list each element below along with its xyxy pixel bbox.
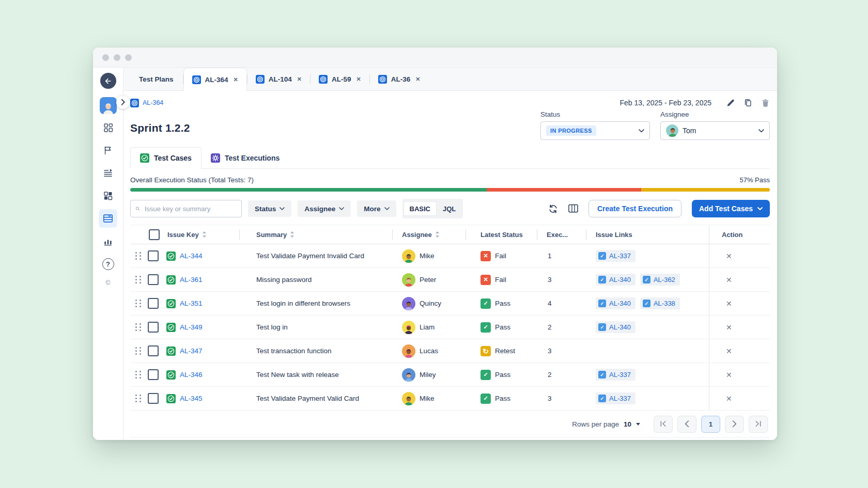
row-checkbox[interactable] <box>148 322 159 333</box>
drag-handle[interactable] <box>133 297 144 309</box>
execution-count: 2 <box>548 371 552 379</box>
tab-test-plans[interactable]: Test Plans <box>130 68 183 90</box>
remove-row-button[interactable]: ✕ <box>724 250 734 262</box>
status-icon: ✕ <box>481 275 491 285</box>
close-tab-icon[interactable]: ✕ <box>415 76 420 83</box>
add-test-cases-button[interactable]: Add Test Cases <box>692 200 770 217</box>
tab-issue[interactable]: AL-59 ✕ <box>311 68 369 90</box>
header-summary[interactable]: Summary <box>240 225 393 244</box>
next-page-button[interactable] <box>725 416 744 433</box>
issue-key-link[interactable]: AL-347 <box>180 347 203 355</box>
execution-count: 4 <box>548 300 552 307</box>
issue-link-chip[interactable]: ✓AL-340 <box>596 274 636 286</box>
tab-issue[interactable]: AL-36 ✕ <box>370 68 429 90</box>
chevron-down-icon <box>384 207 390 210</box>
mode-jql[interactable]: JQL <box>437 202 461 215</box>
issue-key-link[interactable]: AL-344 <box>180 252 203 260</box>
tab-issue[interactable]: AL-364 ✕ <box>183 68 247 91</box>
drag-handle[interactable] <box>133 392 144 404</box>
refresh-button[interactable] <box>548 204 558 214</box>
first-page-button[interactable] <box>654 416 673 433</box>
sort-icon[interactable] <box>290 231 295 238</box>
breadcrumb-link[interactable]: AL-364 <box>143 99 163 106</box>
traffic-light-close[interactable] <box>102 54 109 61</box>
drag-handle[interactable] <box>133 345 144 357</box>
sidebar-item-test-plans[interactable] <box>99 164 117 182</box>
header-issue-key[interactable]: Issue Key <box>166 225 240 244</box>
last-page-button[interactable] <box>749 416 768 433</box>
remove-row-button[interactable]: ✕ <box>724 392 734 405</box>
delete-button[interactable] <box>761 99 770 107</box>
row-checkbox[interactable] <box>148 298 159 309</box>
issue-key-link[interactable]: AL-349 <box>180 323 203 331</box>
issue-key-link[interactable]: AL-351 <box>180 300 203 307</box>
tab-label: AL-59 <box>332 75 351 83</box>
edit-button[interactable] <box>726 98 735 107</box>
issue-link-chip[interactable]: ✓AL-337 <box>596 250 636 262</box>
remove-row-button[interactable]: ✕ <box>724 274 734 286</box>
issue-key-link[interactable]: AL-361 <box>180 276 203 284</box>
issue-key-link[interactable]: AL-345 <box>180 395 203 402</box>
search-input[interactable] <box>144 204 237 213</box>
select-all-checkbox[interactable] <box>149 229 160 240</box>
issue-link-chip[interactable]: ✓AL-338 <box>640 297 680 309</box>
sidebar-item-components[interactable] <box>99 186 117 205</box>
remove-row-button[interactable]: ✕ <box>724 297 734 310</box>
row-checkbox[interactable] <box>148 345 159 356</box>
traffic-light-zoom[interactable] <box>125 54 132 61</box>
drag-handle[interactable] <box>133 321 144 333</box>
drag-handle[interactable] <box>133 250 144 262</box>
tab-test-cases[interactable]: Test Cases <box>130 147 202 169</box>
header-assignee[interactable]: Assignee <box>393 225 466 244</box>
sort-icon[interactable] <box>435 231 440 238</box>
row-checkbox[interactable] <box>148 274 159 285</box>
drag-handle[interactable] <box>133 369 144 381</box>
sidebar-item-milestones[interactable] <box>99 141 117 160</box>
page-1-button[interactable]: 1 <box>701 416 720 433</box>
issue-link-chip[interactable]: ✓AL-340 <box>596 321 636 333</box>
remove-row-button[interactable]: ✕ <box>724 321 734 334</box>
issue-key-link[interactable]: AL-346 <box>180 371 203 379</box>
back-button[interactable] <box>100 73 116 89</box>
copy-button[interactable] <box>743 98 753 107</box>
more-filter-button[interactable]: More <box>357 200 396 217</box>
test-cases-table: Issue Key Summary Assignee Latest S <box>130 225 770 411</box>
issue-link-chip[interactable]: ✓AL-362 <box>640 274 680 286</box>
assignee-filter-button[interactable]: Assignee <box>298 200 351 217</box>
create-test-execution-button[interactable]: Create Test Execution <box>588 200 681 217</box>
close-tab-icon[interactable]: ✕ <box>234 76 238 83</box>
sidebar-item-dashboard[interactable] <box>99 118 117 137</box>
row-checkbox[interactable] <box>148 250 159 261</box>
assignee-name: Lucas <box>420 347 438 355</box>
header-executions: Exec... <box>537 225 586 244</box>
rail-user-avatar[interactable] <box>100 97 117 114</box>
issue-link-chip[interactable]: ✓AL-337 <box>596 392 636 404</box>
expand-sidebar-button[interactable] <box>116 96 130 109</box>
row-checkbox[interactable] <box>148 369 159 380</box>
assignee-dropdown[interactable]: Tom <box>660 121 770 140</box>
table-row: AL-347 Test transaction function Lucas ↻… <box>130 339 770 363</box>
sidebar-item-reports[interactable] <box>99 232 117 250</box>
rows-per-page[interactable]: Rows per page 10 <box>572 420 640 428</box>
remove-row-button[interactable]: ✕ <box>724 345 734 357</box>
prev-page-button[interactable] <box>677 416 696 433</box>
status-dropdown[interactable]: IN PROGRESS <box>540 121 650 140</box>
traffic-light-minimize[interactable] <box>114 54 120 61</box>
tab-issue[interactable]: AL-104 ✕ <box>247 68 310 90</box>
close-tab-icon[interactable]: ✕ <box>297 76 302 83</box>
mode-basic[interactable]: BASIC <box>404 202 436 215</box>
issue-link-chip[interactable]: ✓AL-337 <box>596 369 636 381</box>
sidebar-item-help[interactable]: ? <box>99 255 117 273</box>
row-checkbox[interactable] <box>148 393 159 404</box>
sort-icon[interactable] <box>202 231 207 238</box>
drag-handle[interactable] <box>133 274 144 286</box>
columns-button[interactable] <box>568 204 578 213</box>
summary-text: Test transaction function <box>256 347 332 355</box>
tab-test-executions[interactable]: Test Executions <box>202 147 289 168</box>
test-case-icon <box>166 394 176 403</box>
sidebar-item-test-cycles[interactable] <box>99 209 117 228</box>
close-tab-icon[interactable]: ✕ <box>357 76 361 83</box>
status-filter-button[interactable]: Status <box>248 200 291 217</box>
issue-link-chip[interactable]: ✓AL-340 <box>596 297 636 309</box>
remove-row-button[interactable]: ✕ <box>724 369 734 381</box>
